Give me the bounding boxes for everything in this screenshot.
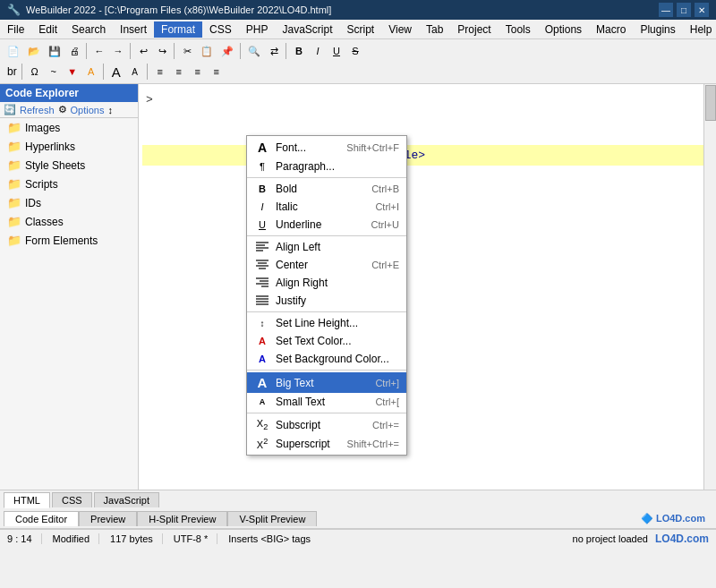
dd-bg-color-label: Set Background Color... bbox=[276, 353, 389, 365]
menu-options[interactable]: Options bbox=[538, 21, 589, 38]
sidebar-refresh-icon[interactable]: 🔄 bbox=[4, 104, 16, 115]
tb-underline[interactable]: U bbox=[328, 42, 345, 60]
editor-area[interactable]: > .com Test</title> A Font... Shift+Ctrl… bbox=[139, 84, 716, 490]
menu-edit[interactable]: Edit bbox=[31, 21, 64, 38]
close-button[interactable]: ✕ bbox=[695, 3, 709, 17]
tb-replace[interactable]: ⇄ bbox=[265, 42, 283, 60]
tb-paste[interactable]: 📌 bbox=[217, 42, 237, 60]
text-color-icon: A bbox=[254, 336, 270, 346]
menu-php[interactable]: PHP bbox=[239, 21, 276, 38]
menu-macro[interactable]: Macro bbox=[589, 21, 633, 38]
tb-undo[interactable]: ↩ bbox=[134, 42, 152, 60]
tb-redo[interactable]: ↪ bbox=[153, 42, 171, 60]
folder-icon: 📁 bbox=[7, 234, 21, 247]
tab-v-split-preview[interactable]: V-Split Preview bbox=[227, 511, 317, 526]
tb-strikethrough[interactable]: S bbox=[346, 42, 364, 60]
maximize-button[interactable]: □ bbox=[677, 3, 691, 17]
dd-text-color[interactable]: A Set Text Color... bbox=[247, 332, 406, 350]
tb-font-color[interactable]: A bbox=[82, 63, 100, 81]
tb-align-left[interactable]: ≡ bbox=[151, 63, 169, 81]
sidebar-item-images[interactable]: 📁 Images bbox=[0, 118, 138, 137]
tb-open[interactable]: 📂 bbox=[24, 42, 44, 60]
tb-italic[interactable]: I bbox=[309, 42, 327, 60]
editor-content[interactable]: > .com Test</title> bbox=[139, 84, 716, 169]
menu-project[interactable]: Project bbox=[450, 21, 498, 38]
menu-file[interactable]: File bbox=[0, 21, 31, 38]
tab-html[interactable]: HTML bbox=[4, 492, 50, 508]
editor-scrollbar-vertical[interactable] bbox=[703, 84, 716, 490]
minimize-button[interactable]: — bbox=[659, 3, 673, 17]
menu-tab[interactable]: Tab bbox=[419, 21, 450, 38]
dd-font[interactable]: A Font... Shift+Ctrl+F bbox=[247, 138, 406, 158]
tb-color-fill[interactable]: ▼ bbox=[64, 63, 81, 81]
tab-css[interactable]: CSS bbox=[52, 492, 92, 507]
menu-javascript[interactable]: JavaScript bbox=[275, 21, 339, 38]
sidebar-item-stylesheets[interactable]: 📁 Style Sheets bbox=[0, 156, 138, 175]
tb-align-center[interactable]: ≡ bbox=[170, 63, 188, 81]
sidebar-sort-label[interactable]: ↕ bbox=[107, 105, 113, 115]
folder-icon: 📁 bbox=[7, 177, 21, 191]
tb-back[interactable]: ← bbox=[90, 42, 108, 60]
tb-cut[interactable]: ✂ bbox=[178, 42, 196, 60]
sidebar-refresh-label[interactable]: Refresh bbox=[20, 105, 55, 115]
menu-insert[interactable]: Insert bbox=[113, 21, 154, 38]
sidebar-item-ids[interactable]: 📁 IDs bbox=[0, 193, 138, 212]
tb-copy[interactable]: 📋 bbox=[197, 42, 217, 60]
menu-css[interactable]: CSS bbox=[202, 21, 239, 38]
dd-align-right[interactable]: Align Right bbox=[247, 274, 406, 292]
dd-justify-label: Justify bbox=[276, 294, 306, 307]
dd-italic[interactable]: I Italic Ctrl+I bbox=[247, 198, 406, 216]
status-encoding: UTF-8 * bbox=[174, 533, 218, 544]
scrollbar-thumb[interactable] bbox=[705, 85, 716, 121]
sidebar-items: 📁 Images 📁 Hyperlinks 📁 Style Sheets 📁 S… bbox=[0, 118, 138, 250]
dd-small-text[interactable]: A Small Text Ctrl+[ bbox=[247, 393, 406, 411]
dd-sep-2 bbox=[247, 235, 406, 236]
tb-sep-6 bbox=[21, 64, 23, 80]
dd-paragraph[interactable]: ¶ Paragraph... bbox=[247, 158, 406, 175]
tb-bold[interactable]: B bbox=[290, 42, 308, 60]
tb-wave[interactable]: ~ bbox=[45, 63, 63, 81]
menu-search[interactable]: Search bbox=[64, 21, 113, 38]
tb-find[interactable]: 🔍 bbox=[244, 42, 264, 60]
menu-view[interactable]: View bbox=[381, 21, 419, 38]
dd-center[interactable]: Center Ctrl+E bbox=[247, 256, 406, 274]
sidebar-item-form-elements[interactable]: 📁 Form Elements bbox=[0, 231, 138, 250]
tb-forward[interactable]: → bbox=[109, 42, 127, 60]
tab-code-editor[interactable]: Code Editor bbox=[4, 511, 79, 526]
tb-print[interactable]: 🖨 bbox=[65, 42, 83, 60]
dd-line-height[interactable]: ↕ Set Line Height... bbox=[247, 314, 406, 332]
dd-superscript[interactable]: X2 Superscript Shift+Ctrl+= bbox=[247, 434, 406, 453]
align-right-icon bbox=[254, 277, 270, 289]
sidebar-options-label[interactable]: Options bbox=[71, 105, 105, 115]
sidebar-item-scripts[interactable]: 📁 Scripts bbox=[0, 175, 138, 193]
dd-bold[interactable]: B Bold Ctrl+B bbox=[247, 180, 406, 198]
sidebar-item-classes[interactable]: 📁 Classes bbox=[0, 212, 138, 231]
tb-save[interactable]: 💾 bbox=[45, 42, 64, 60]
tb-new[interactable]: 📄 bbox=[4, 42, 23, 60]
dd-justify[interactable]: Justify bbox=[247, 292, 406, 310]
status-bytes: 117 bytes bbox=[110, 533, 163, 544]
menu-script[interactable]: Script bbox=[340, 21, 382, 38]
tb-font-size-small[interactable]: A bbox=[126, 63, 144, 81]
dd-underline-shortcut: Ctrl+U bbox=[371, 219, 399, 230]
dd-subscript[interactable]: X2 Subscript Ctrl+= bbox=[247, 415, 406, 434]
highlighted-code-line: .com Test</title> bbox=[142, 145, 712, 166]
dd-font-shortcut: Shift+Ctrl+F bbox=[346, 142, 399, 153]
sidebar-item-hyperlinks[interactable]: 📁 Hyperlinks bbox=[0, 137, 138, 156]
dd-bg-color[interactable]: A Set Background Color... bbox=[247, 350, 406, 368]
menu-help[interactable]: Help bbox=[683, 21, 716, 38]
tb-font-size-large[interactable]: A bbox=[107, 63, 125, 81]
menu-plugins[interactable]: Plugins bbox=[633, 21, 682, 38]
tb-align-right[interactable]: ≡ bbox=[189, 63, 207, 81]
sidebar-options-icon[interactable]: ⚙ bbox=[58, 104, 67, 115]
tb-omega[interactable]: Ω bbox=[26, 63, 44, 81]
tab-preview[interactable]: Preview bbox=[79, 511, 137, 526]
menu-format[interactable]: Format bbox=[154, 21, 202, 38]
tab-h-split-preview[interactable]: H-Split Preview bbox=[137, 511, 227, 526]
tb-justify[interactable]: ≡ bbox=[208, 63, 226, 81]
tab-javascript[interactable]: JavaScript bbox=[94, 492, 159, 507]
dd-underline[interactable]: U Underline Ctrl+U bbox=[247, 216, 406, 234]
menu-tools[interactable]: Tools bbox=[499, 21, 538, 38]
dd-big-text[interactable]: A Big Text Ctrl+] bbox=[247, 372, 406, 393]
dd-align-left[interactable]: Align Left bbox=[247, 238, 406, 256]
